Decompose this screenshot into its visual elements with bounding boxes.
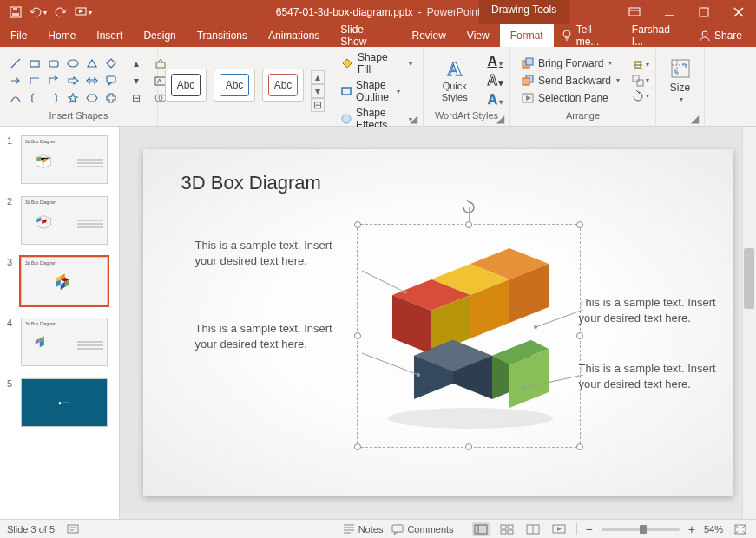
slide-thumb-5[interactable]: ◆ ━━━ <box>21 378 108 427</box>
slide-thumb-3[interactable]: 3d Box Diagram <box>21 257 108 305</box>
size-button[interactable]: Size▾ <box>663 57 697 103</box>
slide-thumb-1[interactable]: 3d Box Diagram <box>21 135 108 184</box>
style-gallery-up[interactable]: ▴ <box>311 70 325 84</box>
slide-title-text[interactable]: 3D Box Diagram <box>181 172 321 194</box>
tab-view[interactable]: View <box>457 24 500 47</box>
minimize-button[interactable] <box>652 0 687 24</box>
shape-outline-button[interactable]: Shape Outline▾ <box>337 78 416 104</box>
selection-pane-button[interactable]: Selection Pane <box>517 90 623 106</box>
shape-elbow-arrow-icon[interactable] <box>45 73 62 89</box>
group-button[interactable]: ▾ <box>634 74 648 88</box>
style-gallery-down[interactable]: ▾ <box>311 84 325 98</box>
callout-text-tl[interactable]: This is a sample text. Insert your desir… <box>195 238 334 268</box>
text-effects-button[interactable]: A▾ <box>487 92 503 108</box>
tab-insert[interactable]: Insert <box>86 24 133 47</box>
tab-animations[interactable]: Animations <box>258 24 330 47</box>
comments-button[interactable]: Comments <box>391 524 453 535</box>
shape-plus-icon[interactable] <box>102 90 120 106</box>
tell-me-search[interactable]: Tell me... <box>554 24 621 47</box>
resize-handle[interactable] <box>576 443 583 450</box>
style-preset-3[interactable]: Abc <box>262 69 304 102</box>
zoom-slider-knob[interactable] <box>640 525 647 534</box>
shape-oval-icon[interactable] <box>64 56 82 71</box>
slideshow-view-button[interactable] <box>550 522 568 536</box>
shape-callout-icon[interactable] <box>102 73 120 89</box>
align-button[interactable]: ▾ <box>634 58 648 72</box>
slide-thumb-4[interactable]: 3d Box Diagram <box>21 318 108 366</box>
shape-round-rect-icon[interactable] <box>45 56 62 71</box>
ribbon-options-button[interactable] <box>617 0 652 24</box>
shape-rect-icon[interactable] <box>26 56 43 71</box>
shape-hexagon-icon[interactable] <box>83 90 101 106</box>
vertical-scrollbar[interactable] <box>742 127 756 519</box>
shape-star-icon[interactable] <box>64 90 82 106</box>
notes-button[interactable]: Notes <box>343 524 384 535</box>
cube-diagram[interactable] <box>371 245 570 436</box>
tab-home[interactable]: Home <box>37 24 86 47</box>
bring-forward-button[interactable]: Bring Forward▾ <box>517 56 623 71</box>
style-preset-1[interactable]: Abc <box>165 69 207 102</box>
style-preset-2[interactable]: Abc <box>214 69 255 102</box>
shape-double-arrow-icon[interactable] <box>83 73 101 89</box>
gallery-down-button[interactable]: ▾ <box>128 73 144 89</box>
tab-review[interactable]: Review <box>402 24 457 47</box>
gallery-more-button[interactable]: ⊟ <box>128 90 144 106</box>
dialog-launcher-icon[interactable]: ◢ <box>410 113 420 123</box>
tab-transitions[interactable]: Transitions <box>187 24 258 47</box>
shape-diamond-icon[interactable] <box>102 56 120 71</box>
shape-brace2-icon[interactable] <box>45 90 62 106</box>
start-slideshow-button[interactable]: ▾ <box>73 2 94 23</box>
quick-styles-button[interactable]: A Quick Styles <box>431 58 478 102</box>
callout-text-bl[interactable]: This is a sample text. Insert your desir… <box>195 321 334 351</box>
callout-text-tr[interactable]: This is a sample text. Insert your desir… <box>579 295 718 325</box>
resize-handle[interactable] <box>354 221 361 228</box>
resize-handle[interactable] <box>354 332 361 339</box>
redo-button[interactable] <box>50 2 71 23</box>
close-button[interactable] <box>721 0 756 24</box>
resize-handle[interactable] <box>465 443 472 450</box>
resize-handle[interactable] <box>576 332 583 339</box>
text-outline-button[interactable]: A▾ <box>487 73 503 89</box>
shape-elbow-icon[interactable] <box>26 73 43 89</box>
shape-fill-button[interactable]: Shape Fill▾ <box>337 50 416 76</box>
shape-curve-icon[interactable] <box>7 90 24 106</box>
tab-file[interactable]: File <box>0 24 37 47</box>
tab-format[interactable]: Format <box>500 24 554 47</box>
resize-handle[interactable] <box>576 221 583 228</box>
normal-view-button[interactable] <box>472 522 490 536</box>
shapes-gallery[interactable] <box>7 56 120 106</box>
send-backward-button[interactable]: Send Backward▾ <box>517 73 623 89</box>
text-fill-button[interactable]: A▾ <box>487 54 503 69</box>
sorter-view-button[interactable] <box>498 522 516 536</box>
shape-triangle-icon[interactable] <box>83 56 101 71</box>
tab-slideshow[interactable]: Slide Show <box>330 24 401 47</box>
shape-style-gallery[interactable]: Abc Abc Abc ▴ ▾ ⊟ <box>165 69 325 114</box>
fit-to-window-button[interactable] <box>732 522 749 536</box>
reading-view-button[interactable] <box>524 522 542 536</box>
scrollbar-thumb[interactable] <box>744 248 754 309</box>
slide-thumb-2[interactable]: 3d Box Diagram <box>21 196 108 245</box>
dialog-launcher-icon[interactable]: ◢ <box>691 113 701 123</box>
shape-brace-icon[interactable] <box>26 90 43 106</box>
shape-block-arrow-icon[interactable] <box>64 73 82 89</box>
share-button[interactable]: Share <box>692 24 749 47</box>
gallery-up-button[interactable]: ▴ <box>128 56 144 71</box>
callout-text-br[interactable]: This is a sample text. Insert your desir… <box>579 361 718 391</box>
style-gallery-more[interactable]: ⊟ <box>311 98 325 112</box>
zoom-out-button[interactable]: − <box>586 522 593 536</box>
zoom-slider[interactable] <box>602 528 680 531</box>
account-name[interactable]: Farshad I... <box>625 24 688 47</box>
shape-arrow-icon[interactable] <box>7 73 24 89</box>
zoom-in-button[interactable]: + <box>688 522 695 536</box>
resize-handle[interactable] <box>354 443 361 450</box>
slide-counter[interactable]: Slide 3 of 5 <box>7 524 55 535</box>
spell-check-icon[interactable] <box>67 522 79 536</box>
shape-line-icon[interactable] <box>7 56 24 71</box>
dialog-launcher-icon[interactable]: ◢ <box>496 113 507 123</box>
slide-thumbnail-panel[interactable]: 13d Box Diagram 23d Box Diagram 33d Box … <box>0 127 120 519</box>
resize-handle[interactable] <box>465 221 472 228</box>
slide-editor[interactable]: 3D Box Diagram <box>120 127 756 519</box>
maximize-button[interactable] <box>687 0 721 24</box>
save-button[interactable] <box>5 2 26 23</box>
undo-button[interactable]: ▾ <box>28 2 49 23</box>
